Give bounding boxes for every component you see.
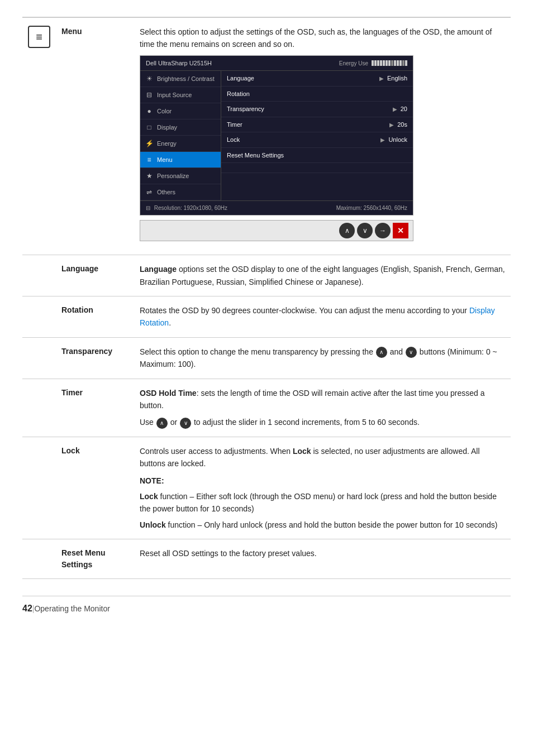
timer-para2: Use ∧ or ∨ to adjust the slider in 1 sec… — [140, 416, 505, 428]
timer-use: Use — [140, 418, 154, 427]
transparency-label-cell: Transparency — [56, 337, 134, 379]
note-text: NOTE: — [140, 476, 164, 485]
others-label: Others — [157, 188, 175, 197]
menu-icon: ≡ — [28, 26, 50, 48]
energy-seg-1 — [372, 60, 374, 66]
timer-title-text: OSD Hold Time — [140, 389, 197, 398]
osd-body: ☀ Brightness / Contrast ⊟ Input Source ●… — [140, 71, 413, 200]
osd-resolution-text: Resolution: 1920x1080, 60Hz — [154, 205, 227, 211]
input-icon: ⊟ — [145, 90, 154, 100]
timer-para1: OSD Hold Time: sets the length of time t… — [140, 387, 505, 412]
rotation-desc1: Rotates the OSD by 90 degrees counter-cl… — [140, 306, 469, 315]
menu-osd-icon: ≡ — [145, 155, 154, 165]
timer-down-icon: ∨ — [180, 418, 191, 429]
nav-up-button[interactable]: ∧ — [339, 223, 355, 238]
personalize-label: Personalize — [157, 171, 189, 181]
language-content-cell: Language options set the OSD display to … — [134, 255, 511, 296]
reset-label-text: Reset MenuSettings — [61, 548, 106, 569]
energy-seg-2 — [374, 60, 377, 66]
osd-reset-label: Reset Menu Settings — [227, 151, 284, 160]
lock-label-text: Lock — [61, 446, 80, 455]
lock-bold-text: Lock — [293, 447, 311, 456]
input-label: Input Source — [157, 90, 192, 100]
osd-menu-personalize: ★ Personalize — [140, 168, 221, 184]
lock-note-label: NOTE: — [140, 475, 505, 487]
rotation-desc2: . — [169, 318, 171, 327]
energy-seg-3 — [377, 60, 379, 66]
language-arrow: ▶ — [379, 74, 384, 83]
brightness-label: Brightness / Contrast — [157, 74, 215, 84]
energy-seg-8 — [391, 60, 393, 66]
osd-menu-color: ● Color — [140, 103, 221, 119]
display-icon: □ — [145, 122, 154, 132]
osd-lock-label: Lock — [227, 135, 240, 145]
osd-row-rotation: Rotation — [221, 87, 413, 102]
osd-row-reset: Reset Menu Settings — [221, 148, 413, 164]
osd-menu-brightness: ☀ Brightness / Contrast — [140, 71, 221, 87]
timer-label-cell: Timer — [56, 379, 134, 437]
lock-func-text: function – Either soft lock (through the… — [140, 492, 497, 513]
up-button-icon: ∧ — [376, 347, 387, 358]
unlock-bold-text: Unlock — [140, 520, 166, 529]
unlock-func-text: function – Only hard unlock (press and h… — [168, 520, 498, 529]
osd-row-timer: Timer ▶ 20s — [221, 117, 413, 133]
language-description: Language options set the OSD display to … — [140, 263, 505, 288]
osd-transparency-label: Transparency — [227, 104, 264, 114]
nav-close-button[interactable]: ✕ — [393, 223, 408, 238]
language-desc-text: options set the OSD display to one of th… — [140, 265, 505, 286]
language-label-cell: Language — [56, 255, 134, 296]
energy-bar: Energy Use — [339, 59, 407, 68]
lock-para1: Controls user access to adjustments. Whe… — [140, 445, 505, 470]
language-value: English — [387, 74, 407, 83]
rotation-label-text: Rotation — [61, 305, 93, 314]
osd-max-resolution: Maximum: 2560x1440, 60Hz — [336, 204, 407, 212]
timer-or: or — [170, 418, 177, 427]
lock-arrow: ▶ — [380, 136, 385, 144]
menu-label: Menu — [56, 18, 134, 255]
osd-row-empty2 — [221, 173, 413, 183]
osd-panel: Dell UltraSharp U2515H Energy Use — [140, 55, 413, 216]
language-strong: Language — [140, 265, 177, 274]
transparency-arrow: ▶ — [393, 105, 397, 113]
nav-right-button[interactable]: → — [375, 223, 391, 238]
osd-row-transparency: Transparency ▶ 20 — [221, 102, 413, 117]
down-button-icon: ∨ — [406, 347, 417, 358]
energy-seg-11 — [399, 60, 402, 66]
energy-seg-9 — [394, 60, 396, 66]
osd-resolution: ⊟ Resolution: 1920x1080, 60Hz — [146, 204, 227, 212]
language-icon-cell — [22, 255, 56, 296]
timer-label-text: Timer — [61, 388, 83, 397]
timer-description: OSD Hold Time: sets the length of time t… — [140, 387, 505, 429]
timer-icon-cell — [22, 379, 56, 437]
osd-menu-energy: ⚡ Energy — [140, 136, 221, 152]
osd-menu-input: ⊟ Input Source — [140, 87, 221, 103]
osd-rotation-label: Rotation — [227, 89, 250, 99]
menu-symbol: ≡ — [36, 28, 42, 45]
menu-label-text: Menu — [61, 27, 82, 36]
transparency-value: 20 — [401, 104, 407, 114]
energy-seg-13 — [405, 60, 407, 66]
timer-desc2: to adjust the slider in 1 second increme… — [194, 418, 420, 427]
page-section: Operating the Monitor — [34, 603, 110, 615]
osd-title: Dell UltraSharp U2515H — [146, 59, 212, 68]
unlock-func-para: Unlock function – Only hard unlock (pres… — [140, 519, 505, 531]
osd-header: Dell UltraSharp U2515H Energy Use — [140, 56, 413, 71]
transparency-content-cell: Select this option to change the menu tr… — [134, 337, 511, 379]
rotation-icon-cell — [22, 296, 56, 338]
energy-label: Energy Use — [339, 59, 368, 68]
transparency-icon-cell — [22, 337, 56, 379]
energy-segments — [372, 60, 407, 66]
color-icon: ● — [145, 106, 154, 116]
reset-content-cell: Reset all OSD settings to the factory pr… — [134, 539, 511, 579]
menu-icon-cell: ≡ — [22, 18, 56, 255]
rotation-label-cell: Rotation — [56, 296, 134, 338]
energy-seg-7 — [388, 60, 391, 66]
bottom-area: 42 | Operating the Monitor — [22, 596, 511, 615]
timer-up-icon: ∧ — [156, 418, 168, 429]
lock-desc1: Controls user access to adjustments. Whe… — [140, 447, 291, 456]
energy-menu-label: Energy — [157, 139, 177, 149]
reset-label-cell: Reset MenuSettings — [56, 539, 134, 579]
lock-description: Controls user access to adjustments. Whe… — [140, 445, 505, 531]
nav-down-button[interactable]: ∨ — [357, 223, 373, 238]
rotation-content-cell: Rotates the OSD by 90 degrees counter-cl… — [134, 296, 511, 338]
